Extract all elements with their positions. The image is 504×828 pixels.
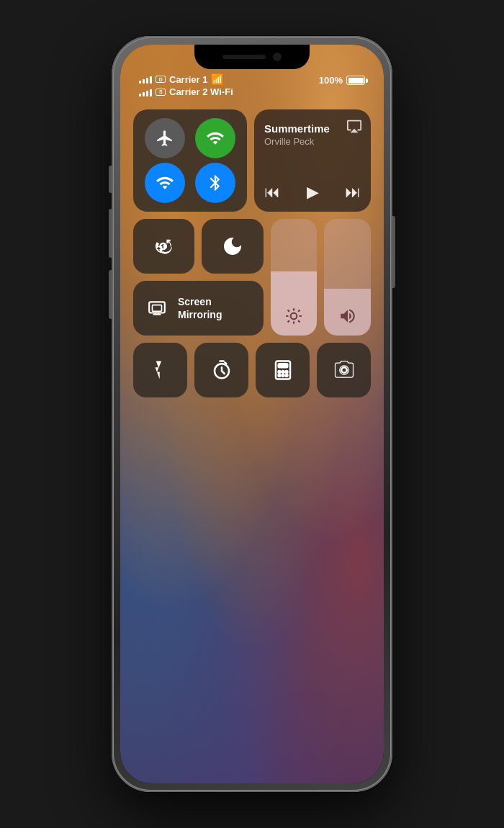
screen-mirroring-label: Screen Mirroring [178,295,252,321]
signal-bar2-4 [150,89,152,96]
phone-shell: D Carrier 1 📶 S Carrier 2 Wi-Fi [112,36,392,792]
notch [194,45,310,69]
status-bar: D Carrier 1 📶 S Carrier 2 Wi-Fi [120,73,384,97]
calculator-button[interactable] [256,343,310,397]
svg-point-3 [291,313,297,320]
rotation-lock-button[interactable] [133,219,194,274]
battery-percentage: 100% [319,75,343,86]
wifi-status-icon: 📶 [211,73,223,85]
power-button[interactable] [392,216,395,288]
screen-mirroring-button[interactable]: Screen Mirroring [133,281,264,336]
cellular-button[interactable] [195,118,235,158]
control-center: Summertime Orville Peck ⏮ ▶ ⏭ [133,109,371,397]
svg-point-18 [278,374,280,377]
cellular-icon [206,129,225,148]
timer-icon [211,359,233,381]
svg-rect-2 [153,305,162,312]
flashlight-button[interactable] [133,343,187,397]
flashlight-icon [150,359,171,381]
signal-bar-3 [146,78,148,84]
wifi-icon [156,174,174,192]
volume-icon [338,307,357,325]
svg-line-10 [287,320,289,322]
front-camera [273,53,282,61]
carrier2-type-badge: S [156,89,166,96]
signal-bar2-1 [139,94,141,96]
music-tile[interactable]: Summertime Orville Peck ⏮ ▶ ⏭ [254,109,371,212]
bluetooth-icon [206,174,225,192]
sliders-container [271,219,371,336]
music-prev-button[interactable]: ⏮ [264,183,280,202]
status-right: 100% [319,75,365,86]
signal-bar-1 [139,81,141,84]
music-artist: Orville Peck [264,136,361,147]
connectivity-tile [133,109,247,212]
svg-rect-14 [278,364,287,367]
brightness-slider[interactable] [271,219,318,336]
cc-row-mid-top [133,219,264,274]
carrier2-row: S Carrier 2 Wi-Fi [139,86,233,97]
svg-line-11 [298,310,300,312]
battery-icon [346,76,365,85]
svg-point-16 [282,371,284,373]
bluetooth-button[interactable] [195,163,235,203]
carrier1-signal [139,75,152,84]
do-not-disturb-button[interactable] [202,219,263,274]
svg-line-9 [298,320,300,322]
battery-icon-container [346,76,365,85]
svg-point-15 [278,371,280,373]
calculator-icon [272,359,294,381]
battery-fill [348,78,364,84]
screen-mirroring-icon [145,299,169,318]
music-next-button[interactable]: ⏭ [345,183,361,202]
svg-point-20 [285,374,287,377]
cc-row-top: Summertime Orville Peck ⏮ ▶ ⏭ [133,109,371,212]
airplane-mode-button[interactable] [145,118,185,158]
airplane-icon [156,129,174,148]
phone-frame: D Carrier 1 📶 S Carrier 2 Wi-Fi [112,36,392,792]
music-play-button[interactable]: ▶ [307,183,319,202]
music-controls: ⏮ ▶ ⏭ [264,183,361,202]
speaker-grille [222,55,266,59]
carrier2-signal [139,88,152,96]
carrier1-row: D Carrier 1 📶 [139,73,233,85]
camera-button[interactable] [317,343,371,397]
svg-point-21 [341,367,347,373]
volume-slider[interactable] [324,219,371,336]
carrier2-label: Carrier 2 Wi-Fi [169,86,233,97]
airplay-button[interactable] [346,118,362,134]
svg-line-8 [287,310,289,312]
signal-bar2-3 [146,91,148,96]
cc-row-mid: Screen Mirroring [133,219,371,336]
carrier1-type-badge: D [156,76,166,83]
signal-bar-4 [150,76,152,84]
phone-screen: D Carrier 1 📶 S Carrier 2 Wi-Fi [120,45,384,783]
timer-button[interactable] [194,343,248,397]
brightness-fill [271,271,318,336]
signal-bar2-2 [143,92,145,96]
rotation-lock-icon [153,235,176,258]
signal-bar-2 [143,79,145,84]
svg-point-19 [282,374,284,377]
carrier1-label: Carrier 1 [169,74,207,85]
cc-row-mid-left: Screen Mirroring [133,219,264,336]
utility-row [133,343,371,397]
volume-up-button[interactable] [109,209,112,258]
sun-icon [284,307,303,325]
brightness-icon [284,307,303,325]
wifi-button[interactable] [145,163,185,203]
volume-down-button[interactable] [109,270,112,319]
mute-button[interactable] [109,166,112,193]
moon-icon [221,235,244,258]
speaker-icon [338,307,357,325]
svg-point-17 [285,371,287,373]
status-left: D Carrier 1 📶 S Carrier 2 Wi-Fi [139,73,233,97]
airplay-icon [346,118,362,134]
camera-icon [333,359,355,381]
